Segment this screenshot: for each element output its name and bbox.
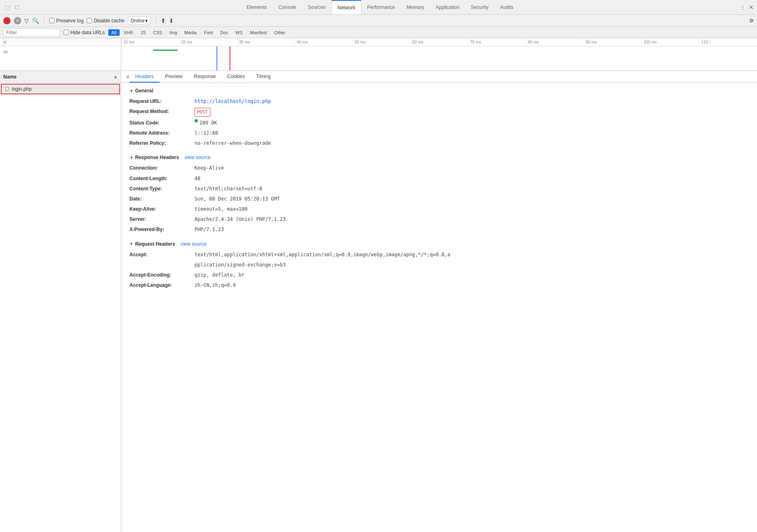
filter-chip-other[interactable]: Other (271, 29, 289, 36)
reqh-accept-encoding: Accept-Encoding: gzip, deflate, br (129, 271, 749, 279)
close-devtools-icon[interactable]: ✕ (749, 4, 754, 11)
tab-audits[interactable]: Audits (494, 0, 519, 14)
remote-address-row: Remote Address: [::1]:80 (129, 129, 749, 137)
disable-cache-input[interactable] (87, 18, 92, 23)
left-panel: Name ▲ ☐ login.php (0, 71, 121, 532)
timeline-ruler: 10 ms 20 ms 30 ms 40 ms 50 ms 60 ms 70 m… (121, 38, 757, 46)
disable-cache-label: Disable cache (94, 18, 124, 24)
filter-chip-doc[interactable]: Doc (217, 29, 232, 36)
filter-chip-img[interactable]: Img (166, 29, 180, 36)
tab-security[interactable]: Security (465, 0, 494, 14)
triangle-icon-2: ▼ (129, 155, 133, 160)
hide-data-urls-checkbox[interactable]: Hide data URLs (63, 30, 105, 35)
rh-content-length: Content-Length: 48 (129, 175, 749, 183)
disable-cache-checkbox[interactable]: Disable cache (87, 18, 124, 24)
tick-60: 60 ms (410, 38, 468, 46)
tab-memory[interactable]: Memory (401, 0, 430, 14)
search-icon[interactable]: 🔍 (32, 17, 39, 24)
tick-100: 100 ms (641, 38, 699, 46)
tab-elements[interactable]: Elements (241, 0, 273, 14)
filter-chip-manifest[interactable]: Manifest (247, 29, 270, 36)
filter-chip-font[interactable]: Font (201, 29, 216, 36)
cursor-icon[interactable]: ⬚ (3, 2, 12, 12)
preserve-log-checkbox[interactable]: Preserve log (49, 18, 83, 24)
filter-chip-css[interactable]: CSS (150, 29, 166, 36)
tick-110: 110 i (699, 38, 757, 46)
filter-chip-xhr[interactable]: XHR (120, 29, 136, 36)
rh-x-powered-by-label: X-Powered-By: (129, 226, 195, 233)
status-code-row: Status Code: 200 OK (129, 119, 749, 127)
preserve-log-label: Preserve log (56, 18, 83, 24)
reqh-accept-value: text/html,application/xhtml+xml,applicat… (195, 251, 451, 259)
filter-chip-media[interactable]: Media (181, 29, 200, 36)
filter-input[interactable] (3, 28, 60, 37)
rh-connection-value: Keep-Alive (195, 164, 224, 172)
timeline-right: 10 ms 20 ms 30 ms 40 ms 50 ms 60 ms 70 m… (121, 38, 757, 70)
rh-server: Server: Apache/2.4.34 (Unix) PHP/7.1.23 (129, 216, 749, 223)
rh-x-powered-by-value: PHP/7.1.23 (195, 226, 224, 233)
tick-10: 10 ms (121, 38, 179, 46)
sort-icon[interactable]: ▲ (114, 74, 118, 79)
request-row-login[interactable]: ☐ login.php (1, 84, 120, 94)
general-section-title: ▼ General (129, 88, 749, 94)
reqh-accept-encoding-label: Accept-Encoding: (129, 271, 195, 279)
status-dot (195, 119, 198, 122)
download-icon[interactable]: ⬇ (169, 17, 174, 24)
toolbar-right: ⚙ (749, 18, 754, 24)
timeline-red-line (230, 46, 230, 71)
filter-chips: All XHR JS CSS Img Media Font Doc WS Man… (108, 29, 289, 36)
request-url-value: http://localhost/login.php (195, 98, 271, 105)
referrer-policy-row: Referrer Policy: no-referrer-when-downgr… (129, 140, 749, 147)
device-icon[interactable]: □ (13, 2, 20, 12)
tick-90: 90 ms (584, 38, 641, 46)
upload-icon[interactable]: ⬆ (161, 17, 166, 24)
tick-30: 30 ms (237, 38, 295, 46)
tick-40: 40 ms (295, 38, 352, 46)
devtools-icons: ⬚ □ (3, 2, 20, 12)
close-detail-icon[interactable]: × (126, 74, 129, 80)
filter-chip-ws[interactable]: WS (232, 29, 246, 36)
request-headers-title-text: Request Headers (135, 241, 175, 247)
name-column-header: Name (3, 74, 110, 80)
rh-date: Date: Sun, 08 Dec 2019 05:20:13 GMT (129, 195, 749, 203)
tab-preview[interactable]: Preview (160, 71, 188, 83)
toolbar-separator (44, 17, 44, 24)
response-headers-view-source[interactable]: view source (185, 155, 210, 160)
general-section: ▼ General Request URL: http://localhost/… (129, 88, 749, 147)
stop-button[interactable]: ⊘ (14, 17, 21, 24)
tab-headers[interactable]: Headers (129, 71, 159, 83)
reqh-accept-language: Accept-Language: zh-CN,zh;q=0.9 (129, 281, 749, 289)
tab-cookies[interactable]: Cookies (221, 71, 250, 83)
timeline-left: el tat (0, 38, 121, 70)
filter-chip-all[interactable]: All (108, 29, 120, 36)
tab-sources[interactable]: Sources (302, 0, 331, 14)
reqh-accept-encoding-value: gzip, deflate, br (195, 271, 245, 279)
filter-icon[interactable]: ▽ (24, 17, 29, 24)
tab-console[interactable]: Console (273, 0, 302, 14)
request-headers-view-source[interactable]: view source (181, 241, 206, 247)
rh-content-length-label: Content-Length: (129, 175, 195, 183)
filter-chip-js[interactable]: JS (137, 29, 149, 36)
hide-data-urls-input[interactable] (63, 30, 69, 35)
online-dropdown[interactable]: Online ▾ (128, 17, 151, 25)
tab-network[interactable]: Network (331, 0, 361, 14)
status-code-value: 200 OK (199, 119, 217, 127)
detail-tabs: × Headers Preview Response Cookies Timin… (121, 71, 757, 83)
tab-performance[interactable]: Performance (361, 0, 401, 14)
tick-80: 80 ms (526, 38, 584, 46)
toolbar-separator-2 (155, 17, 156, 24)
file-icon: ☐ (5, 86, 9, 92)
tab-timing[interactable]: Timing (251, 71, 277, 83)
settings-icon[interactable]: ⚙ (749, 18, 754, 24)
preserve-log-input[interactable] (49, 18, 55, 23)
request-url-label: Request URL: (129, 98, 195, 105)
rh-keep-alive: Keep-Alive: timeout=5, max=100 (129, 205, 749, 213)
top-tab-bar: ⬚ □ Elements Console Sources Network Per… (0, 0, 757, 15)
response-headers-title-text: Response Headers (135, 155, 179, 160)
tab-response[interactable]: Response (188, 71, 221, 83)
record-button[interactable] (3, 17, 11, 24)
more-icon[interactable]: ⋮ (740, 4, 746, 11)
online-label: Online (131, 18, 145, 24)
tab-application[interactable]: Application (430, 0, 465, 14)
tick-50: 50 ms (352, 38, 410, 46)
